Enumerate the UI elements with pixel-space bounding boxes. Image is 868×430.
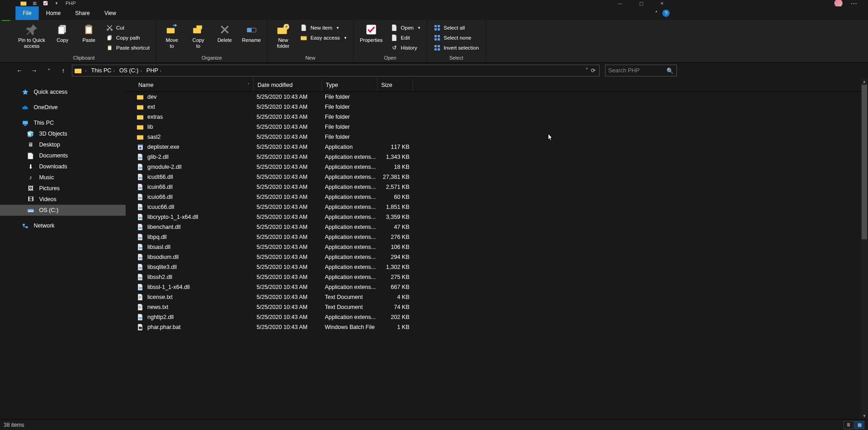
file-row[interactable]: extras5/25/2020 10:43 AMFile folder — [126, 112, 868, 122]
sidebar-downloads[interactable]: ⬇Downloads — [0, 161, 126, 172]
move-to-button[interactable]: Move to — [161, 22, 183, 50]
select-all-button[interactable]: Select all — [432, 24, 480, 32]
file-list[interactable]: dev5/25/2020 10:43 AMFile folderext5/25/… — [126, 92, 868, 419]
file-row[interactable]: libcrypto-1_1-x64.dll5/25/2020 10:43 AMA… — [126, 212, 868, 222]
file-row[interactable]: libenchant.dll5/25/2020 10:43 AMApplicat… — [126, 222, 868, 232]
file-row[interactable]: icuin66.dll5/25/2020 10:43 AMApplication… — [126, 182, 868, 192]
select-none-button[interactable]: Select none — [432, 34, 480, 42]
paste-button[interactable]: Paste — [78, 22, 100, 44]
file-row[interactable]: libpq.dll5/25/2020 10:43 AMApplication e… — [126, 232, 868, 242]
scroll-up-icon[interactable]: ▲ — [861, 78, 868, 85]
breadcrumb-this-pc[interactable]: This PC› — [89, 67, 116, 74]
sidebar-this-pc[interactable]: This PC — [0, 117, 126, 128]
column-date[interactable]: Date modified — [254, 78, 322, 91]
qat-props-icon[interactable] — [40, 0, 51, 6]
breadcrumb-php[interactable]: PHP› — [145, 67, 163, 74]
new-folder-icon — [276, 23, 290, 36]
file-row[interactable]: libsodium.dll5/25/2020 10:43 AMApplicati… — [126, 252, 868, 262]
file-row[interactable]: phar.phar.bat5/25/2020 10:43 AMWindows B… — [126, 322, 868, 332]
rename-button[interactable]: Rename — [240, 22, 263, 44]
address-bar[interactable]: › This PC› OS (C:)› PHP› ˅⟳ — [72, 65, 600, 76]
refresh-icon[interactable]: ⟳ — [591, 67, 595, 74]
scrollbar[interactable]: ▲ ▼ — [861, 78, 868, 419]
easy-access-button[interactable]: Easy access▾ — [298, 34, 348, 42]
minimize-button[interactable]: — — [610, 0, 631, 6]
file-row[interactable]: libssh2.dll5/25/2020 10:43 AMApplication… — [126, 272, 868, 282]
tab-share[interactable]: Share — [68, 6, 97, 20]
file-row[interactable]: license.txt5/25/2020 10:43 AMText Docume… — [126, 292, 868, 302]
qat-icon[interactable]: ▥ — [29, 0, 40, 6]
sidebar-3d-objects[interactable]: 🧊3D Objects — [0, 128, 126, 139]
help-icon[interactable]: ? — [662, 10, 670, 17]
new-item-button[interactable]: New item▾ — [298, 24, 348, 32]
view-icons-button[interactable]: ▦ — [854, 421, 864, 429]
sidebar-pictures[interactable]: 🖼Pictures — [0, 183, 126, 194]
copy-button[interactable]: Copy — [51, 22, 73, 44]
maximize-button[interactable]: ▢ — [631, 0, 651, 6]
file-row[interactable]: nghttp2.dll5/25/2020 10:43 AMApplication… — [126, 312, 868, 322]
sidebar-desktop[interactable]: 🖥Desktop — [0, 139, 126, 150]
file-row[interactable]: deplister.exe5/25/2020 10:43 AMApplicati… — [126, 142, 868, 152]
paste-shortcut-button[interactable]: Paste shortcut — [104, 44, 151, 52]
sidebar-videos[interactable]: 🎞Videos — [0, 194, 126, 205]
column-size[interactable]: Size — [378, 78, 413, 91]
breadcrumb-chevron[interactable]: › — [83, 68, 88, 73]
file-row[interactable]: icudt66.dll5/25/2020 10:43 AMApplication… — [126, 172, 868, 182]
column-name[interactable]: Name˄ — [135, 78, 254, 91]
breadcrumb-os-c[interactable]: OS (C:)› — [117, 67, 144, 74]
open-button[interactable]: Open▾ — [389, 24, 422, 32]
file-row[interactable]: libsqlite3.dll5/25/2020 10:43 AMApplicat… — [126, 262, 868, 272]
collapse-ribbon-icon[interactable]: ˄ — [655, 10, 658, 16]
txt-icon — [136, 294, 144, 300]
invert-selection-button[interactable]: Invert selection — [432, 44, 480, 52]
group-label: Open — [358, 54, 422, 61]
new-folder-button[interactable]: New folder — [272, 22, 294, 50]
file-row[interactable]: icuuc66.dll5/25/2020 10:43 AMApplication… — [126, 202, 868, 212]
copy-path-button[interactable]: Copy path — [104, 34, 151, 42]
cut-button[interactable]: Cut — [104, 24, 151, 32]
file-row[interactable]: sasl25/25/2020 10:43 AMFile folder — [126, 132, 868, 142]
close-button[interactable]: ✕ — [651, 0, 672, 6]
qat-dropdown-icon[interactable]: ▾ — [51, 0, 62, 6]
file-row[interactable]: libssl-1_1-x64.dll5/25/2020 10:43 AMAppl… — [126, 282, 868, 292]
history-button[interactable]: ↺History — [389, 44, 422, 52]
file-row[interactable]: glib-2.dll5/25/2020 10:43 AMApplication … — [126, 152, 868, 162]
file-date: 5/25/2020 10:43 AM — [254, 154, 322, 160]
qat-folder-icon[interactable] — [18, 0, 29, 6]
up-button[interactable]: ↑ — [57, 65, 69, 76]
sidebar-network[interactable]: Network — [0, 220, 126, 231]
file-type: Application extens... — [322, 264, 378, 270]
sidebar-music[interactable]: ♪Music — [0, 172, 126, 183]
forward-button[interactable]: → — [28, 65, 40, 76]
delete-button[interactable]: Delete — [214, 22, 236, 44]
file-name: libenchant.dll — [147, 224, 181, 230]
edit-button[interactable]: Edit — [389, 34, 422, 42]
tab-file[interactable]: File — [15, 6, 39, 20]
file-row[interactable]: icuio66.dll5/25/2020 10:43 AMApplication… — [126, 192, 868, 202]
pin-quick-access-button[interactable]: Pin to Quick access — [16, 22, 47, 50]
file-row[interactable]: ext5/25/2020 10:43 AMFile folder — [126, 102, 868, 112]
file-row[interactable]: news.txt5/25/2020 10:43 AMText Document7… — [126, 302, 868, 312]
scroll-thumb[interactable] — [862, 85, 867, 239]
search-input[interactable]: Search PHP 🔍 — [605, 65, 677, 76]
sidebar-os-c[interactable]: OS (C:) — [0, 205, 126, 216]
sidebar-quick-access[interactable]: Quick access — [0, 86, 126, 97]
view-details-button[interactable]: ≣ — [843, 421, 853, 429]
dll-icon — [136, 274, 144, 280]
properties-button[interactable]: Properties — [358, 22, 384, 44]
sidebar-onedrive[interactable]: OneDrive — [0, 102, 126, 113]
back-button[interactable]: ← — [14, 65, 25, 76]
tab-home[interactable]: Home — [39, 6, 68, 20]
scroll-down-icon[interactable]: ▼ — [861, 413, 868, 419]
copy-to-button[interactable]: Copy to — [187, 22, 209, 50]
recent-dropdown-icon[interactable]: ˅ — [43, 65, 55, 76]
file-row[interactable]: dev5/25/2020 10:43 AMFile folder — [126, 92, 868, 102]
column-type[interactable]: Type — [322, 78, 378, 91]
tab-view[interactable]: View — [97, 6, 123, 20]
sidebar-documents[interactable]: 📄Documents — [0, 150, 126, 161]
address-dropdown-icon[interactable]: ˅ — [585, 67, 588, 74]
file-row[interactable]: gmodule-2.dll5/25/2020 10:43 AMApplicati… — [126, 162, 868, 172]
file-row[interactable]: lib5/25/2020 10:43 AMFile folder — [126, 122, 868, 132]
chevron-down-icon: ▾ — [337, 25, 339, 30]
file-row[interactable]: libsasl.dll5/25/2020 10:43 AMApplication… — [126, 242, 868, 252]
